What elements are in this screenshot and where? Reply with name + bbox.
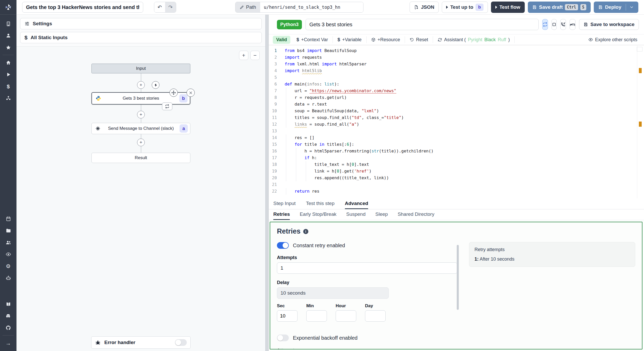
flow-static-inputs-label: All Static Inputs (31, 35, 68, 40)
step-name-input[interactable] (306, 19, 539, 30)
add-step-button-1[interactable]: + (137, 81, 145, 89)
save-draft-button[interactable]: Save draft Ctrl S (528, 2, 591, 13)
redo-button[interactable]: ↷ (165, 2, 176, 12)
retries-shortcut-button[interactable] (542, 19, 548, 30)
delete-step-button[interactable] (187, 89, 195, 97)
flow-title-input[interactable] (22, 2, 143, 13)
min-input[interactable] (306, 310, 327, 322)
sidebar-item-groups[interactable] (0, 236, 16, 248)
topbar-actions: JSON Test up to b Test flow Save draft C… (410, 2, 638, 13)
retry-indicator-button[interactable] (162, 102, 172, 110)
tab-step-input[interactable]: Step Input (273, 198, 296, 209)
lightning-icon (154, 83, 158, 87)
sidebar-item-docs[interactable] (0, 298, 16, 310)
delay-time-row: Sec Min Hour (277, 303, 457, 322)
test-flow-button[interactable]: Test flow (491, 2, 525, 13)
sidebar-item-user[interactable] (0, 30, 16, 41)
spinner-icon (6, 96, 11, 101)
exponential-backoff-toggle[interactable] (277, 335, 289, 341)
add-step-button-3[interactable]: + (137, 139, 145, 146)
sidebar-item-discord[interactable] (0, 310, 16, 322)
deploy-label: Deploy (605, 4, 621, 10)
flow-node-input[interactable]: Input (91, 64, 190, 73)
subtab-retries[interactable]: Retries (273, 209, 290, 220)
reset-button[interactable]: Reset (405, 36, 433, 43)
gutter: 12345678910111213141516171819202122 (269, 45, 281, 198)
windmill-logo[interactable] (0, 0, 16, 15)
flow-node-result[interactable]: Result (91, 153, 190, 163)
sidebar-expand-button[interactable]: → (0, 337, 16, 349)
sidebar-item-favorites[interactable] (0, 41, 16, 53)
sidebar-item-folders[interactable] (0, 225, 16, 236)
attempts-input[interactable] (277, 262, 457, 274)
info-icon[interactable]: i (303, 229, 308, 234)
min-label: Min (306, 303, 327, 309)
delay-input (277, 287, 389, 299)
zoom-out-button[interactable]: − (250, 51, 260, 60)
flow-settings-bar[interactable]: Settings (20, 18, 262, 29)
deploy-button[interactable]: Deploy (594, 2, 638, 13)
sidebar-item-github[interactable] (0, 322, 16, 334)
error-handler-toggle[interactable] (175, 339, 187, 346)
hour-input[interactable] (336, 310, 356, 322)
test-up-to-button[interactable]: Test up to b (442, 2, 488, 13)
constant-retry-toggle[interactable] (277, 242, 289, 249)
sliders-icon (24, 21, 30, 26)
code-lines[interactable]: from bs4 import BeautifulSoupimport requ… (281, 45, 644, 198)
add-context-var-button[interactable]: $ +Context Var (292, 36, 333, 43)
sidebar-item-schedules[interactable] (0, 213, 16, 225)
flow-node-step-a[interactable]: Send Message to Channel (slack) a (91, 123, 190, 134)
retries-section: Retries i Constant retry enabled Attempt… (269, 220, 644, 351)
sec-input[interactable] (277, 310, 298, 322)
error-handler-label: Error handler (104, 340, 135, 345)
path-input[interactable] (260, 2, 363, 12)
flow-settings-label: Settings (33, 21, 52, 27)
subtab-shared-directory[interactable]: Shared Directory (398, 209, 435, 220)
trigger-button[interactable] (152, 81, 159, 89)
overview-ruler (637, 45, 637, 198)
assistant-button[interactable]: Assistant ( Pyright Black Ruff ) (433, 36, 515, 43)
add-step-button-2[interactable]: + (137, 111, 145, 118)
sidebar-item-worker-groups[interactable] (0, 272, 16, 284)
add-variable-button[interactable]: $ +Variable (333, 36, 366, 43)
retry-attempt-text: After 10 seconds (480, 256, 514, 262)
flow-static-inputs-bar[interactable]: $ All Static Inputs (20, 32, 262, 43)
sleep-shortcut-button[interactable] (570, 19, 575, 30)
error-handler-node[interactable]: Error handler (91, 336, 191, 349)
sidebar-item-workers[interactable]: ⚙ (0, 260, 16, 272)
flow-node-input-label: Input (136, 66, 146, 71)
subtab-early-stop[interactable]: Early Stop/Break (300, 209, 336, 220)
save-to-workspace-button[interactable]: Save to workspace (579, 19, 639, 30)
sidebar-item-variables[interactable]: $ (0, 80, 16, 92)
flow-node-step-b[interactable]: Gets 3 best stories b (91, 92, 190, 105)
subtab-sleep[interactable]: Sleep (375, 209, 388, 220)
subtab-suspend[interactable]: Suspend (346, 209, 366, 220)
code-editor[interactable]: 12345678910111213141516171819202122 from… (269, 45, 644, 198)
early-stop-shortcut-button[interactable] (552, 19, 557, 30)
path-chip[interactable]: Path (235, 2, 260, 12)
add-resource-button[interactable]: +Resource (367, 36, 405, 43)
sidebar-item-audit-logs[interactable] (0, 248, 16, 260)
sidebar-item-resources[interactable] (0, 92, 16, 104)
sidebar-item-workspace[interactable] (0, 18, 16, 30)
flow-canvas[interactable]: + − Input + (16, 47, 265, 351)
suspend-shortcut-button[interactable] (560, 19, 566, 30)
assistant-label-close: ) (508, 37, 510, 42)
move-step-button[interactable] (170, 89, 178, 97)
day-input[interactable] (365, 310, 386, 322)
save-icon (532, 5, 537, 10)
tab-test-this-step[interactable]: Test this step (306, 198, 335, 209)
sidebar-item-runs[interactable] (0, 69, 16, 80)
chevron-down-icon[interactable] (629, 5, 634, 10)
tab-advanced[interactable]: Advanced (345, 198, 368, 209)
eye-icon (6, 252, 11, 257)
retries-form-scrollbar[interactable] (457, 245, 459, 310)
editor-scrollbar[interactable] (637, 47, 642, 52)
json-button[interactable]: JSON (410, 2, 439, 13)
sidebar-item-home[interactable] (0, 57, 16, 69)
explore-other-scripts-button[interactable]: Explore other scripts (588, 37, 637, 42)
panel-splitter[interactable] (265, 15, 269, 351)
undo-button[interactable]: ↶ (154, 2, 165, 12)
phone-incoming-icon (561, 22, 566, 27)
zoom-in-button[interactable]: + (239, 51, 248, 60)
